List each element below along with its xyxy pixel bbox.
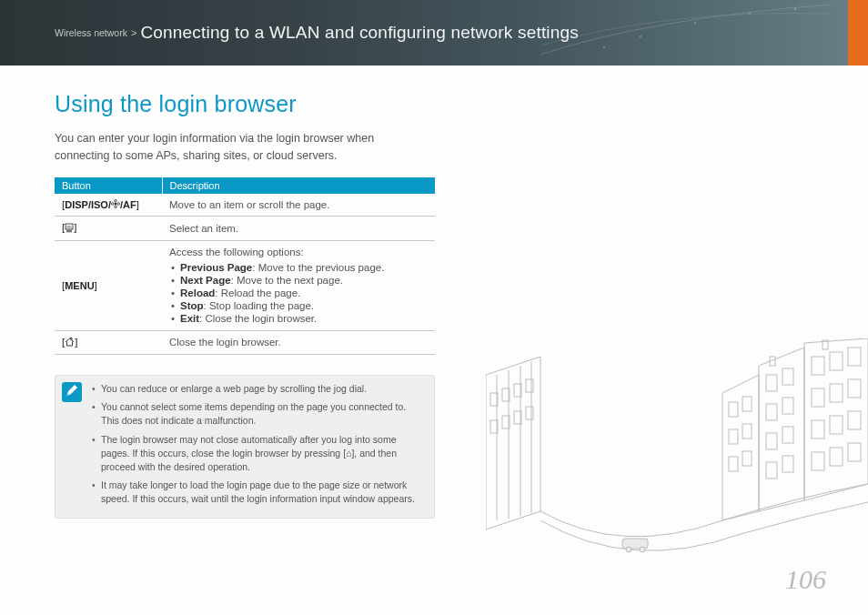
section-title: Using the login browser [55, 91, 437, 117]
svg-rect-41 [782, 427, 793, 443]
note-box: You can reduce or enlarge a web page by … [55, 375, 435, 519]
svg-rect-47 [812, 388, 824, 407]
svg-rect-25 [514, 411, 521, 424]
menu-options-lead: Access the following options: [169, 247, 304, 257]
svg-rect-36 [766, 375, 777, 391]
list-item: You cannot select some items depending o… [101, 399, 425, 431]
svg-rect-45 [830, 352, 843, 370]
button-description-table: Button Description [DISP/ISO//AF] Move t… [55, 177, 435, 355]
svg-rect-23 [490, 420, 498, 433]
svg-rect-55 [848, 443, 861, 461]
svg-rect-20 [502, 388, 510, 401]
svg-rect-57 [823, 340, 828, 349]
svg-point-3 [749, 13, 751, 15]
svg-rect-27 [622, 539, 648, 549]
page-number: 106 [785, 564, 826, 595]
city-illustration [486, 338, 868, 575]
svg-point-1 [640, 35, 641, 37]
svg-rect-33 [742, 424, 752, 439]
svg-rect-43 [782, 456, 793, 472]
page-header: Wireless network > Connecting to a WLAN … [0, 0, 868, 66]
table-row: [DISP/ISO//AF] Move to an item or scroll… [55, 194, 435, 217]
description-cell: Access the following options: Previous P… [162, 240, 435, 330]
list-item: Exit: Close the login browser. [180, 312, 428, 325]
pencil-note-icon [61, 381, 85, 403]
description-cell: Select an item. [162, 217, 435, 240]
svg-point-29 [640, 547, 645, 552]
svg-rect-49 [848, 379, 861, 398]
svg-point-5 [115, 203, 116, 205]
svg-rect-53 [812, 452, 824, 470]
button-cell: [OK] [55, 217, 162, 240]
breadcrumb-separator: > [131, 27, 136, 38]
svg-point-6 [115, 200, 117, 203]
home-icon [65, 338, 75, 348]
svg-rect-48 [830, 384, 843, 402]
content-column: Using the login browser You can enter yo… [0, 66, 437, 519]
svg-rect-52 [848, 411, 861, 429]
list-item: It may take longer to load the login pag… [101, 478, 425, 509]
description-cell: Move to an item or scroll the page. [162, 194, 435, 217]
svg-rect-44 [812, 357, 824, 375]
intro-paragraph: You can enter your login information via… [55, 130, 428, 165]
svg-rect-51 [830, 416, 843, 434]
table-row: [OK] Select an item. [55, 217, 435, 240]
breadcrumb-category: Wireless network [55, 27, 127, 38]
list-item: Next Page: Move to the next page. [180, 274, 428, 287]
list-item: Reload: Reload the page. [180, 287, 428, 299]
breadcrumb-title: Connecting to a WLAN and configuring net… [140, 23, 579, 43]
svg-point-28 [626, 547, 631, 552]
table-row: [MENU] Access the following options: Pre… [55, 240, 435, 330]
svg-rect-39 [782, 398, 793, 414]
menu-options-list: Previous Page: Move to the previous page… [169, 261, 428, 325]
description-cell: Close the login browser. [162, 330, 435, 354]
button-cell: [DISP/ISO//AF] [55, 194, 162, 217]
svg-rect-42 [766, 462, 777, 479]
flower-macro-icon [111, 199, 120, 210]
svg-point-8 [115, 206, 117, 208]
svg-rect-30 [729, 402, 738, 417]
svg-rect-37 [782, 368, 793, 385]
svg-point-2 [694, 22, 696, 24]
svg-rect-21 [514, 384, 521, 397]
svg-rect-22 [526, 379, 533, 392]
ok-frame-icon: OK [65, 223, 74, 235]
list-item: The login browser may not close automati… [101, 432, 425, 479]
button-cell: [MENU] [55, 240, 162, 330]
svg-point-4 [794, 8, 796, 10]
svg-point-9 [111, 203, 114, 206]
svg-rect-38 [766, 404, 777, 420]
svg-rect-19 [490, 393, 498, 406]
header-decor-swoosh [540, 0, 832, 66]
svg-rect-40 [766, 433, 777, 449]
svg-rect-32 [729, 429, 738, 444]
button-cell: [] [55, 330, 162, 354]
svg-rect-50 [812, 420, 824, 439]
table-row: [] Close the login browser. [55, 330, 435, 354]
svg-rect-31 [742, 397, 752, 411]
table-header-description: Description [162, 177, 435, 194]
svg-rect-35 [742, 451, 752, 466]
svg-rect-26 [526, 407, 533, 419]
list-item: You can reduce or enlarge a web page by … [101, 381, 425, 399]
table-header-button: Button [55, 177, 162, 194]
list-item: Previous Page: Move to the previous page… [180, 261, 428, 274]
orange-tab-accent [848, 0, 868, 66]
svg-rect-46 [848, 348, 861, 366]
svg-text:OK: OK [66, 225, 72, 229]
svg-point-0 [603, 46, 605, 48]
svg-rect-54 [830, 448, 843, 466]
svg-rect-56 [770, 357, 775, 366]
manual-page: Wireless network > Connecting to a WLAN … [0, 0, 868, 615]
svg-rect-24 [502, 416, 510, 428]
svg-rect-34 [729, 457, 738, 471]
note-list: You can reduce or enlarge a web page by … [90, 381, 425, 510]
list-item: Stop: Stop loading the page. [180, 299, 428, 312]
